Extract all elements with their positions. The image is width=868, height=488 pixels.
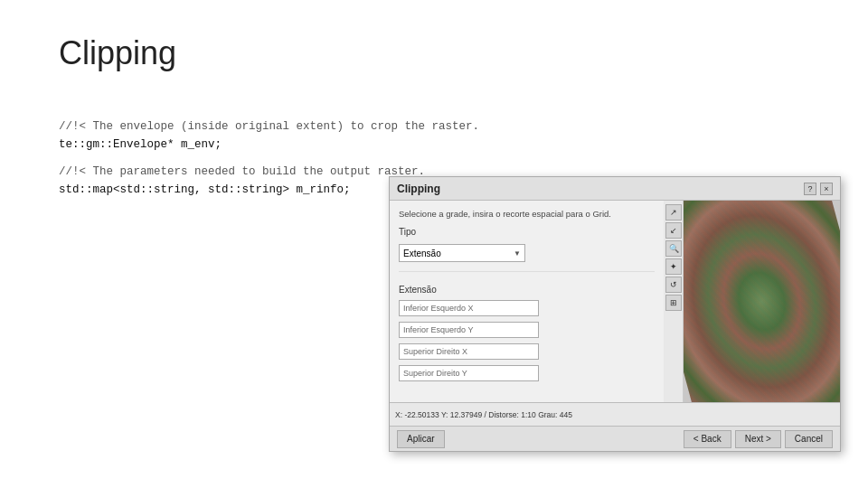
navigation-buttons: < Back Next > Cancel	[684, 430, 833, 448]
field-label-2: Superior Direito X	[403, 347, 467, 356]
code-comment-1: //!< The envelope (inside original exten…	[59, 117, 479, 136]
dialog-close-button[interactable]: ×	[820, 183, 833, 195]
field-label-3: Superior Direito Y	[403, 369, 467, 378]
tool-btn-zoom[interactable]: 🔍	[665, 240, 682, 257]
tool-btn-rotate[interactable]: ↺	[665, 277, 682, 293]
inferior-esquerdo-x-field[interactable]: Inferior Esquerdo X	[399, 300, 539, 316]
code-line-1: te::gm::Envelope* m_env;	[59, 136, 479, 154]
coordinates-text: X: -22.50133 Y: 12.37949 / Distorse: 1:1…	[395, 410, 572, 419]
tipo-select[interactable]: Extensão ▼	[399, 244, 525, 262]
inferior-esquerdo-y-field[interactable]: Inferior Esquerdo Y	[399, 322, 539, 338]
tipo-label: Tipo	[399, 227, 655, 237]
dialog-window-controls: ? ×	[804, 183, 833, 195]
tool-btn-arrow-up-right[interactable]: ↗	[665, 204, 682, 221]
dialog-action-bar: Aplicar < Back Next > Cancel	[390, 426, 840, 451]
dialog-footer: X: -22.50133 Y: 12.37949 / Distorse: 1:1…	[390, 402, 840, 426]
dialog-titlebar: Clipping ? ×	[390, 177, 840, 201]
dialog-title: Clipping	[397, 183, 440, 195]
raster-preview	[684, 201, 840, 402]
apply-button[interactable]: Aplicar	[397, 430, 445, 448]
raster-overlay	[684, 201, 840, 402]
dialog-left-panel: Selecione a grade, insira o recorte espa…	[390, 201, 664, 402]
tool-btn-arrow-down-left[interactable]: ↙	[665, 222, 682, 239]
tool-buttons-panel: ↗ ↙ 🔍 ✦ ↺ ⊞	[664, 201, 684, 402]
tipo-value: Extensão	[403, 249, 441, 258]
superior-direito-y-field[interactable]: Superior Direito Y	[399, 365, 539, 381]
tool-btn-grid[interactable]: ⊞	[665, 295, 682, 311]
next-button[interactable]: Next >	[735, 430, 781, 448]
dialog-body: Selecione a grade, insira o recorte espa…	[390, 201, 840, 402]
dialog-help-button[interactable]: ?	[804, 183, 816, 195]
chevron-down-icon: ▼	[514, 249, 521, 258]
tool-btn-move[interactable]: ✦	[665, 258, 682, 275]
dialog-right-panel: ↗ ↙ 🔍 ✦ ↺ ⊞	[664, 201, 840, 402]
field-label-1: Inferior Esquerdo Y	[403, 325, 473, 334]
dialog-description: Selecione a grade, insira o recorte espa…	[399, 208, 655, 220]
clipping-dialog: Clipping ? × Selecione a grade, insira o…	[389, 176, 841, 452]
field-label-0: Inferior Esquerdo X	[403, 304, 474, 313]
back-button[interactable]: < Back	[684, 430, 731, 448]
cancel-button[interactable]: Cancel	[785, 430, 833, 448]
extensao-label: Extensão	[399, 285, 655, 295]
superior-direito-x-field[interactable]: Superior Direito X	[399, 343, 539, 360]
page-title: Clipping	[59, 34, 176, 72]
